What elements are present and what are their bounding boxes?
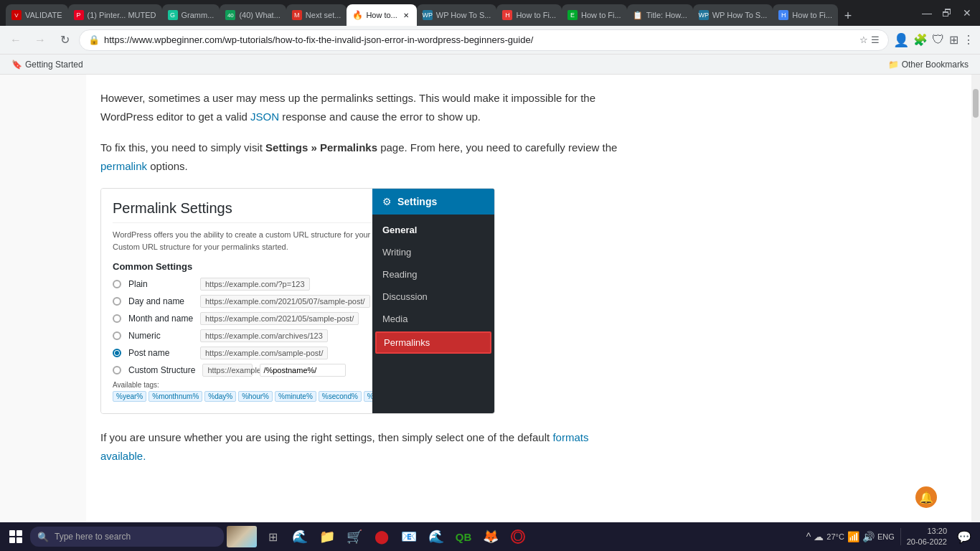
- bookmark-getting-started[interactable]: 🔖 Getting Started: [6, 58, 89, 71]
- qb-button[interactable]: QB: [451, 524, 476, 550]
- start-button[interactable]: [3, 524, 29, 550]
- extensions-button[interactable]: 🧩: [913, 33, 928, 47]
- tab-title-how[interactable]: 📋 Title: How...: [627, 4, 693, 26]
- store-button[interactable]: 🛒: [341, 524, 367, 550]
- history-sidebar-icon[interactable]: ⊞: [949, 33, 958, 47]
- address-bar-row: ← → ↻ 🔒 https://www.wpbeginner.com/wp-tu…: [0, 26, 980, 55]
- tab-favicon-pinterest: P: [74, 10, 84, 20]
- tab-grammarly[interactable]: G Gramm...: [162, 4, 220, 26]
- tag-minute[interactable]: %minute%: [275, 391, 316, 402]
- opera-button[interactable]: ⬤: [369, 524, 395, 550]
- radio-month[interactable]: [113, 314, 121, 323]
- win-sq-2: [17, 530, 22, 536]
- back-button[interactable]: ←: [6, 30, 26, 50]
- edge-icon: 🌊: [292, 529, 308, 545]
- win-sq-1: [9, 530, 15, 536]
- reading-list-icon[interactable]: ☰: [871, 34, 880, 45]
- tag-day[interactable]: %day%: [204, 391, 236, 402]
- radio-postname[interactable]: [113, 349, 121, 357]
- other-bookmarks[interactable]: 📁 Other Bookmarks: [882, 58, 974, 71]
- tab-howto-active[interactable]: 🔥 How to... ✕: [347, 4, 416, 26]
- opera-circle-button[interactable]: O: [505, 524, 531, 550]
- tab-validate[interactable]: V VALIDATE: [6, 4, 68, 26]
- forward-button[interactable]: →: [30, 30, 50, 50]
- radio-plain[interactable]: [113, 280, 121, 288]
- bookmark-star-icon[interactable]: ☆: [859, 34, 868, 45]
- taskbar-thumbnail-tajmahal[interactable]: [227, 526, 257, 547]
- custom-structure-input[interactable]: [260, 364, 346, 377]
- tray-expand-icon[interactable]: ^: [806, 531, 811, 542]
- main-content: However, sometimes a user may mess up th…: [86, 75, 646, 522]
- network-icon[interactable]: 📶: [847, 531, 859, 542]
- tab-wp-how2[interactable]: WP WP How To S...: [693, 4, 773, 26]
- radio-url-custom: https://example.com: [202, 364, 253, 377]
- tab-how-fi[interactable]: H How to Fi...: [496, 4, 562, 26]
- menu-button[interactable]: ⋮: [963, 33, 974, 47]
- address-bar[interactable]: 🔒 https://www.wpbeginner.com/wp-tutorial…: [79, 29, 889, 51]
- shield-icon[interactable]: 🛡: [932, 32, 945, 47]
- tab-close-howto[interactable]: ✕: [401, 10, 411, 20]
- tab-label-title-how: Title: How...: [646, 11, 687, 19]
- tab-pinterest[interactable]: P (1) Pinter... MUTED: [68, 4, 162, 26]
- tab-how-fi2[interactable]: H How to Fi...: [773, 4, 838, 26]
- tab-favicon-wp-how2: WP: [699, 10, 709, 20]
- radio-day[interactable]: [113, 297, 121, 306]
- tab-favicon-validate: V: [11, 10, 22, 20]
- close-button[interactable]: ✕: [960, 7, 974, 19]
- scrollbar-thumb[interactable]: [973, 89, 979, 118]
- new-tab-button[interactable]: +: [838, 6, 858, 26]
- tag-second[interactable]: %second%: [319, 391, 362, 402]
- system-tray: ^ ☁ 27°C 📶 🔊 ENG: [806, 531, 895, 542]
- screenshot-container: Permalink Settings WordPress offers you …: [100, 188, 495, 414]
- wp-menu-item-writing[interactable]: Writing: [372, 241, 494, 263]
- tab-what[interactable]: 40 (40) What...: [220, 4, 286, 26]
- task-view-button[interactable]: ⊞: [260, 524, 286, 550]
- tab-favicon-title-how: 📋: [633, 10, 643, 20]
- tag-monthnum[interactable]: %monthnum%: [149, 391, 202, 402]
- taskbar-search-placeholder: Type here to search: [55, 532, 131, 542]
- notification-bell-button[interactable]: 🔔: [915, 486, 937, 508]
- radio-dot-postname: [115, 351, 119, 355]
- mail-button[interactable]: 📧: [396, 524, 422, 550]
- tab-favicon-howto: 🔥: [352, 10, 362, 20]
- tab-favicon-wp-how: WP: [423, 10, 433, 20]
- wp-menu-item-permalinks[interactable]: Permalinks: [375, 331, 491, 354]
- refresh-button[interactable]: ↻: [55, 30, 75, 50]
- file-explorer-button[interactable]: 📁: [314, 524, 340, 550]
- radio-numeric[interactable]: [113, 331, 121, 340]
- profile-button[interactable]: 👤: [893, 32, 909, 48]
- tag-year[interactable]: %year%: [113, 391, 146, 402]
- article-para1: However, sometimes a user may mess up th…: [100, 89, 624, 126]
- left-gutter: [0, 75, 86, 522]
- edge-blue-button[interactable]: 🌊: [423, 524, 449, 550]
- wp-menu-item-reading[interactable]: Reading: [372, 263, 494, 286]
- mail-icon: 📧: [401, 529, 417, 545]
- tag-hour[interactable]: %hour%: [238, 391, 273, 402]
- scrollbar-right[interactable]: [971, 75, 980, 522]
- wp-menu-item-media[interactable]: Media: [372, 308, 494, 330]
- opera-circle-icon: O: [511, 529, 525, 544]
- clock-time: 13:20: [907, 526, 947, 537]
- notifications-button[interactable]: 💬: [951, 524, 977, 550]
- permalink-link[interactable]: permalink: [100, 160, 147, 172]
- tab-how-fix[interactable]: E How to Fi...: [562, 4, 627, 26]
- tab-next[interactable]: M Next set...: [286, 4, 347, 26]
- folder-taskbar-icon: 📁: [319, 529, 335, 545]
- wp-menu-item-discussion[interactable]: Discussion: [372, 286, 494, 308]
- speaker-icon[interactable]: 🔊: [862, 531, 875, 542]
- taskbar-search-bar[interactable]: 🔍 Type here to search: [30, 527, 224, 547]
- radio-custom[interactable]: [113, 366, 121, 375]
- wp-menu-item-general[interactable]: General: [372, 219, 494, 241]
- clock[interactable]: 13:20 20-06-2022: [907, 526, 947, 548]
- firefox-button[interactable]: 🦊: [478, 524, 504, 550]
- radio-url-plain: https://example.com/?p=123: [200, 278, 310, 291]
- minimize-button[interactable]: —: [920, 7, 934, 19]
- edge-taskbar-button[interactable]: 🌊: [287, 524, 313, 550]
- tab-wp-how[interactable]: WP WP How To S...: [417, 4, 497, 26]
- firefox-icon: 🦊: [483, 529, 499, 545]
- security-icon: 🔒: [88, 34, 100, 45]
- bookmark-favicon-getting-started: 🔖: [11, 60, 22, 70]
- cloud-icon[interactable]: ☁: [814, 531, 824, 542]
- win-sq-3: [9, 537, 15, 543]
- maximize-button[interactable]: 🗗: [940, 7, 954, 19]
